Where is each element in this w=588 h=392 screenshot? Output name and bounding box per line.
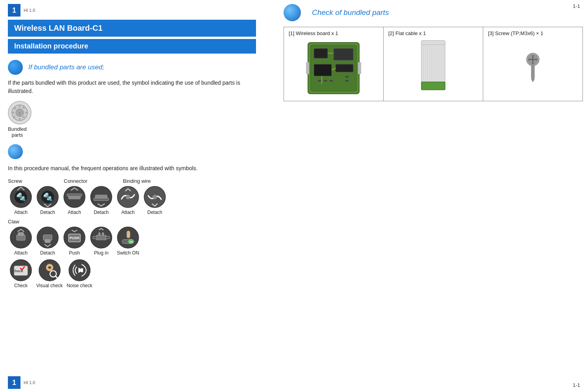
check-item: Check Check — [9, 259, 32, 288]
parts-table: [1] Wireless board x 1 — [284, 27, 583, 101]
left-panel: 1 HI 1.0 Wireless LAN Board-C1 Installat… — [0, 0, 264, 301]
bottom-logo-text: HI 1.0 — [24, 380, 35, 385]
svg-rect-71 — [324, 80, 327, 82]
svg-rect-72 — [330, 80, 333, 82]
right-section-icon — [284, 4, 301, 21]
screw-detach-item: 🔩 Detach — [36, 186, 59, 215]
part-3-image — [488, 39, 578, 98]
wireless-board-svg — [306, 41, 361, 96]
part-3-label: [3] Screw (TP;M3x6) × 1 — [488, 30, 578, 39]
bundled-parts-icon-wrap: ↕ Bundled parts — [8, 101, 256, 138]
screw-attach-item: 🔩 Attach — [9, 186, 32, 215]
claw-detach-icon — [36, 226, 59, 249]
switch-on-item: ON Switch ON — [117, 226, 139, 256]
subtitle-bar: Installation procedure — [8, 39, 256, 54]
cat-binding-label: Binding wire — [123, 178, 174, 184]
svg-rect-5 — [25, 112, 28, 113]
screw-detach-label: Detach — [40, 210, 55, 215]
svg-rect-64 — [336, 64, 353, 72]
screw-detach-icon: 🔩 — [36, 186, 59, 208]
page-number-bottom: 1-1 — [573, 382, 580, 388]
claw-attach-label: Attach — [14, 250, 28, 256]
switch-on-icon: ON — [117, 226, 139, 249]
svg-rect-74 — [345, 80, 349, 82]
bundled-body-text: If the parts bundled with this product a… — [8, 79, 256, 95]
logo-box: 1 — [8, 4, 20, 17]
cat-screw-label: Screw — [8, 178, 59, 184]
flat-cable-svg — [414, 39, 453, 98]
svg-rect-4 — [12, 112, 14, 113]
cat-claw-label: Claw — [8, 219, 19, 225]
plug-in-label: Plug in — [94, 250, 109, 256]
cat-connector-label: Connector — [64, 178, 115, 184]
right-section-header: Check of bundled parts — [284, 4, 583, 21]
svg-rect-32 — [45, 240, 50, 243]
svg-rect-22 — [94, 198, 109, 201]
part-3-cell: [3] Screw (TP;M3x6) × 1 — [483, 27, 583, 101]
bottom-bar: 1 HI 1.0 — [0, 373, 264, 392]
svg-text:🔩: 🔩 — [16, 192, 26, 202]
svg-rect-37 — [96, 235, 106, 240]
visual-check-label: Visual check — [36, 283, 63, 288]
part-1-label: [1] Wireless board x 1 — [289, 30, 378, 39]
svg-rect-3 — [19, 118, 20, 121]
svg-text:🔩: 🔩 — [43, 192, 53, 202]
operations-icons-section: Screw Connector Binding wire 🔩 Attach — [8, 178, 256, 288]
noise-check-label: Noise check — [67, 283, 92, 288]
svg-point-55 — [49, 267, 50, 268]
svg-rect-38 — [93, 236, 97, 239]
bundled-svg: ↕ — [11, 104, 28, 121]
switch-on-label: Switch ON — [117, 250, 139, 256]
noise-check-item: Noise check — [67, 259, 92, 288]
push-icon: PUSH — [63, 226, 86, 249]
part-1-image — [289, 39, 378, 98]
wire-attach-icon — [117, 186, 139, 208]
screw-svg — [521, 52, 545, 84]
plug-in-item: Plug in — [90, 226, 113, 256]
wire-detach-item: Detach — [143, 186, 166, 215]
logo-text: HI 1.0 — [24, 8, 35, 13]
svg-rect-63 — [314, 64, 332, 76]
svg-rect-68 — [306, 62, 309, 74]
push-label: Push — [69, 250, 80, 256]
svg-rect-62 — [334, 48, 353, 60]
title-bar: Wireless LAN Board-C1 — [8, 20, 256, 37]
svg-rect-29 — [18, 232, 24, 236]
svg-rect-88 — [421, 41, 445, 45]
wire-attach-label: Attach — [121, 210, 135, 215]
visual-check-icon — [38, 259, 61, 282]
svg-rect-43 — [127, 231, 130, 238]
svg-rect-87 — [421, 82, 445, 90]
svg-rect-40 — [98, 232, 100, 236]
bundled-label: Bundled parts — [8, 126, 27, 138]
svg-rect-58 — [81, 268, 83, 272]
svg-rect-73 — [345, 76, 349, 78]
claw-attach-item: Attach — [9, 226, 32, 256]
connector-detach-label: Detach — [94, 210, 109, 215]
logo-bar-top: 1 HI 1.0 — [8, 4, 256, 17]
svg-rect-41 — [102, 232, 104, 236]
svg-rect-61 — [314, 48, 328, 58]
svg-marker-100 — [531, 79, 534, 82]
icons-row-1: 🔩 Attach 🔩 Detach — [8, 186, 256, 215]
svg-text:↕: ↕ — [19, 110, 21, 116]
claw-detach-label: Detach — [40, 250, 55, 256]
operations-body-text: In this procedure manual, the frequent o… — [8, 164, 256, 173]
noise-check-icon — [68, 259, 91, 282]
part-2-label: [2] Flat cable x 1 — [388, 30, 478, 39]
bundled-section-header: If bundled parts are used; — [8, 60, 256, 75]
screw-attach-label: Attach — [14, 210, 28, 215]
claw-attach-icon — [9, 226, 32, 249]
operations-section-icon — [8, 144, 23, 159]
bundled-title: If bundled parts are used; — [28, 63, 104, 71]
part-2-image — [388, 39, 478, 98]
svg-text:PUSH: PUSH — [69, 236, 79, 240]
right-panel: Check of bundled parts [1] Wireless boar… — [284, 4, 583, 101]
visual-check-item: Visual check — [36, 259, 63, 288]
connector-detach-icon — [90, 186, 113, 208]
wire-attach-item: Attach — [117, 186, 139, 215]
svg-rect-19 — [67, 194, 82, 196]
check-icon: Check — [9, 259, 32, 282]
connector-detach-item: Detach — [90, 186, 113, 215]
svg-rect-69 — [358, 62, 361, 74]
